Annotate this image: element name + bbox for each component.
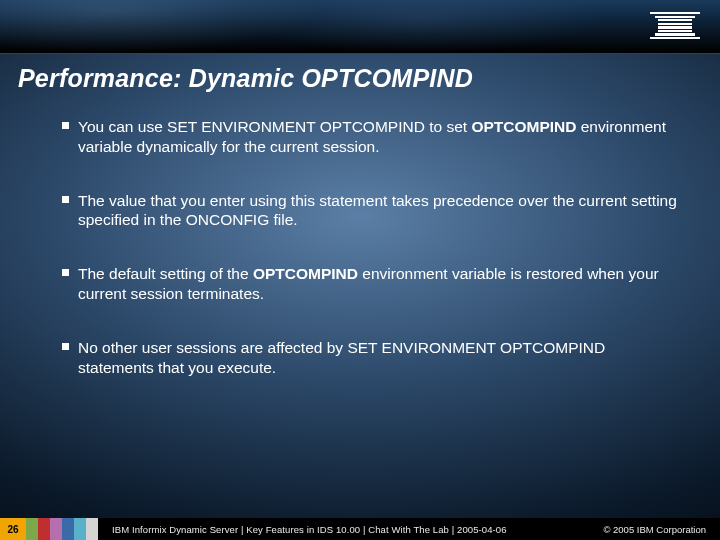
bullet-text-strong: OPTCOMPIND — [471, 118, 576, 135]
slide-title: Performance: Dynamic OPTCOMPIND — [0, 54, 720, 99]
slide-footer: 26 IBM Informix Dynamic Server | Key Fea… — [0, 518, 720, 540]
bullet-text-pre: The value that you enter using this stat… — [78, 192, 677, 229]
footer-text: IBM Informix Dynamic Server | Key Featur… — [98, 518, 603, 540]
bullet-text-strong: OPTCOMPIND — [253, 265, 358, 282]
page-number: 26 — [0, 518, 26, 540]
bullet-text-pre: The default setting of the — [78, 265, 253, 282]
color-bars-icon — [26, 518, 98, 540]
ibm-logo-icon — [650, 12, 700, 39]
bullet-item: No other user sessions are affected by S… — [62, 338, 680, 378]
bullet-item: You can use SET ENVIRONMENT OPTCOMPIND t… — [62, 117, 680, 157]
slide: Performance: Dynamic OPTCOMPIND You can … — [0, 0, 720, 540]
footer-copyright: © 2005 IBM Corporation — [603, 518, 720, 540]
slide-body: You can use SET ENVIRONMENT OPTCOMPIND t… — [0, 99, 720, 518]
bullet-text-pre: You can use SET ENVIRONMENT OPTCOMPIND t… — [78, 118, 471, 135]
bullet-item: The value that you enter using this stat… — [62, 191, 680, 231]
slide-header — [0, 0, 720, 54]
bullet-item: The default setting of the OPTCOMPIND en… — [62, 264, 680, 304]
bullet-text-pre: No other user sessions are affected by S… — [78, 339, 605, 376]
